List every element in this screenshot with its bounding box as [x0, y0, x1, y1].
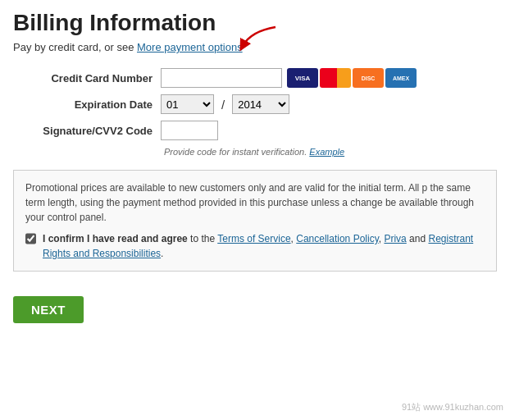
- cc-input-area: VISA DISC AMEX: [161, 68, 417, 88]
- agree-text: I confirm I have read and agree to the T…: [43, 231, 485, 261]
- discover-icon: DISC: [353, 68, 384, 88]
- exp-date-row: Expiration Date 01 02 03 04 05 06 07 08 …: [13, 94, 497, 114]
- cvv-example-link[interactable]: Example: [309, 147, 344, 157]
- cvv-input[interactable]: [161, 121, 218, 140]
- exp-month-select[interactable]: 01 02 03 04 05 06 07 08 09 10 11 12: [161, 94, 214, 114]
- mastercard-icon: [320, 68, 351, 88]
- cvv-label: Signature/CVV2 Code: [13, 125, 161, 137]
- subtitle: Pay by credit card, or see More payment …: [13, 41, 497, 53]
- terms-link[interactable]: Terms of Service: [217, 233, 290, 244]
- subtitle-text: Pay by credit card, or see: [13, 41, 137, 53]
- cvv-hint-text: Provide code for instant verification.: [164, 147, 307, 157]
- card-icons-group: VISA DISC AMEX: [287, 68, 417, 88]
- privacy-link[interactable]: Priva: [384, 233, 406, 244]
- agree-to: to the: [190, 233, 217, 244]
- cc-number-row: Credit Card Number VISA DISC AMEX: [13, 68, 497, 88]
- more-payment-options-link[interactable]: More payment options: [137, 41, 243, 53]
- cc-number-label: Credit Card Number: [13, 72, 161, 84]
- promo-box: Promotional prices are available to new …: [13, 170, 497, 272]
- next-button[interactable]: NEXT: [13, 296, 84, 323]
- cvv-input-area: [161, 121, 218, 140]
- visa-icon: VISA: [287, 68, 318, 88]
- billing-form: Credit Card Number VISA DISC AMEX Expira…: [13, 68, 497, 157]
- watermark: 91站 www.91kuzhan.com: [402, 401, 503, 413]
- agree-checkbox[interactable]: [25, 233, 36, 244]
- exp-year-select[interactable]: 2014 2015 2016 2017 2018 2019 2020 2021 …: [232, 94, 289, 114]
- cancellation-link[interactable]: Cancellation Policy: [296, 233, 379, 244]
- amex-icon: AMEX: [385, 68, 417, 88]
- agreement-row: I confirm I have read and agree to the T…: [25, 225, 485, 261]
- arrow-container: More payment options: [137, 41, 243, 53]
- exp-separator: /: [219, 98, 227, 112]
- cvv-hint-row: Provide code for instant verification. E…: [164, 147, 497, 157]
- cc-number-input[interactable]: [161, 68, 282, 88]
- promo-text: Promotional prices are available to new …: [25, 182, 474, 223]
- exp-input-area: 01 02 03 04 05 06 07 08 09 10 11 12 / 20…: [161, 94, 289, 114]
- exp-date-label: Expiration Date: [13, 98, 161, 111]
- agree-and: and: [409, 233, 428, 244]
- cvv-row: Signature/CVV2 Code: [13, 121, 497, 140]
- agree-bold: I confirm I have read and agree: [43, 233, 188, 244]
- red-arrow-icon: [235, 23, 284, 52]
